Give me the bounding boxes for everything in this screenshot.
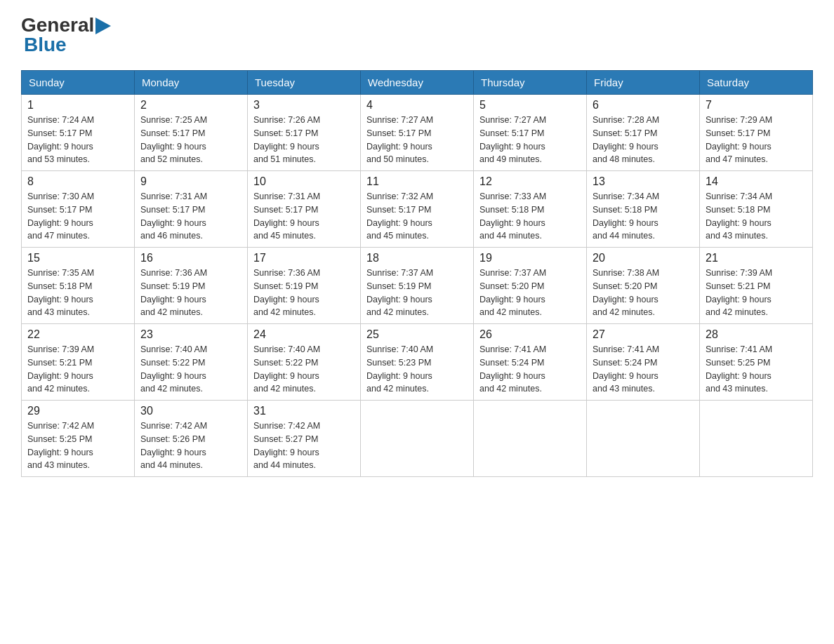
calendar-cell: 13Sunrise: 7:34 AMSunset: 5:18 PMDayligh…	[587, 171, 700, 248]
day-number: 8	[27, 175, 128, 188]
day-detail: Sunrise: 7:32 AMSunset: 5:17 PMDaylight:…	[366, 190, 468, 243]
day-detail: Sunrise: 7:42 AMSunset: 5:26 PMDaylight:…	[140, 420, 241, 472]
calendar-cell: 2Sunrise: 7:25 AMSunset: 5:17 PMDaylight…	[135, 95, 248, 171]
day-number: 4	[366, 99, 468, 112]
calendar-cell: 28Sunrise: 7:41 AMSunset: 5:25 PMDayligh…	[700, 324, 813, 401]
calendar-cell	[587, 401, 700, 477]
day-detail: Sunrise: 7:41 AMSunset: 5:25 PMDaylight:…	[706, 343, 807, 396]
day-detail: Sunrise: 7:34 AMSunset: 5:18 PMDaylight:…	[706, 190, 807, 243]
calendar-cell: 12Sunrise: 7:33 AMSunset: 5:18 PMDayligh…	[474, 171, 587, 248]
svg-marker-0	[95, 18, 111, 34]
logo-arrow-icon	[95, 18, 111, 34]
calendar-header-row: SundayMondayTuesdayWednesdayThursdayFrid…	[22, 71, 813, 95]
day-number: 19	[479, 252, 581, 264]
logo-blue-text: Blue	[24, 34, 67, 56]
calendar-cell: 9Sunrise: 7:31 AMSunset: 5:17 PMDaylight…	[135, 171, 248, 248]
calendar-cell: 21Sunrise: 7:39 AMSunset: 5:21 PMDayligh…	[700, 248, 813, 324]
calendar-cell: 18Sunrise: 7:37 AMSunset: 5:19 PMDayligh…	[361, 248, 474, 324]
calendar-week-row: 8Sunrise: 7:30 AMSunset: 5:17 PMDaylight…	[22, 171, 813, 248]
calendar-cell: 11Sunrise: 7:32 AMSunset: 5:17 PMDayligh…	[361, 171, 474, 248]
day-detail: Sunrise: 7:41 AMSunset: 5:24 PMDaylight:…	[479, 343, 581, 396]
day-detail: Sunrise: 7:24 AMSunset: 5:17 PMDaylight:…	[27, 114, 128, 166]
day-number: 14	[706, 175, 807, 188]
day-detail: Sunrise: 7:42 AMSunset: 5:25 PMDaylight:…	[27, 420, 128, 472]
calendar-cell: 22Sunrise: 7:39 AMSunset: 5:21 PMDayligh…	[22, 324, 135, 401]
calendar-cell	[361, 401, 474, 477]
calendar-table: SundayMondayTuesdayWednesdayThursdayFrid…	[21, 70, 813, 477]
day-number: 27	[593, 328, 694, 341]
day-number: 7	[706, 99, 807, 112]
day-detail: Sunrise: 7:41 AMSunset: 5:24 PMDaylight:…	[593, 343, 694, 396]
calendar-cell: 27Sunrise: 7:41 AMSunset: 5:24 PMDayligh…	[587, 324, 700, 401]
calendar-cell: 31Sunrise: 7:42 AMSunset: 5:27 PMDayligh…	[248, 401, 361, 477]
day-number: 30	[140, 405, 241, 417]
day-number: 9	[140, 175, 241, 188]
calendar-cell: 6Sunrise: 7:28 AMSunset: 5:17 PMDaylight…	[587, 95, 700, 171]
calendar-cell: 15Sunrise: 7:35 AMSunset: 5:18 PMDayligh…	[22, 248, 135, 324]
day-number: 28	[706, 328, 807, 341]
day-detail: Sunrise: 7:37 AMSunset: 5:19 PMDaylight:…	[366, 267, 468, 319]
day-number: 12	[479, 175, 581, 188]
day-number: 5	[479, 99, 581, 112]
day-number: 23	[140, 328, 241, 341]
calendar-week-row: 22Sunrise: 7:39 AMSunset: 5:21 PMDayligh…	[22, 324, 813, 401]
day-detail: Sunrise: 7:26 AMSunset: 5:17 PMDaylight:…	[253, 114, 355, 166]
calendar-cell: 16Sunrise: 7:36 AMSunset: 5:19 PMDayligh…	[135, 248, 248, 324]
day-number: 13	[593, 175, 694, 188]
calendar-cell: 19Sunrise: 7:37 AMSunset: 5:20 PMDayligh…	[474, 248, 587, 324]
day-number: 1	[27, 99, 128, 112]
day-detail: Sunrise: 7:35 AMSunset: 5:18 PMDaylight:…	[27, 267, 128, 319]
day-detail: Sunrise: 7:42 AMSunset: 5:27 PMDaylight:…	[253, 420, 355, 472]
day-number: 21	[706, 252, 807, 264]
day-detail: Sunrise: 7:25 AMSunset: 5:17 PMDaylight:…	[140, 114, 241, 166]
day-detail: Sunrise: 7:39 AMSunset: 5:21 PMDaylight:…	[706, 267, 807, 319]
calendar-cell: 7Sunrise: 7:29 AMSunset: 5:17 PMDaylight…	[700, 95, 813, 171]
day-detail: Sunrise: 7:37 AMSunset: 5:20 PMDaylight:…	[479, 267, 581, 319]
day-detail: Sunrise: 7:27 AMSunset: 5:17 PMDaylight:…	[479, 114, 581, 166]
calendar-cell: 3Sunrise: 7:26 AMSunset: 5:17 PMDaylight…	[248, 95, 361, 171]
day-number: 18	[366, 252, 468, 264]
day-number: 29	[27, 405, 128, 417]
header-saturday: Saturday	[700, 71, 813, 95]
calendar-cell: 5Sunrise: 7:27 AMSunset: 5:17 PMDaylight…	[474, 95, 587, 171]
header-friday: Friday	[587, 71, 700, 95]
day-number: 3	[253, 99, 355, 112]
calendar-cell: 24Sunrise: 7:40 AMSunset: 5:22 PMDayligh…	[248, 324, 361, 401]
day-number: 17	[253, 252, 355, 264]
calendar-cell: 4Sunrise: 7:27 AMSunset: 5:17 PMDaylight…	[361, 95, 474, 171]
day-detail: Sunrise: 7:38 AMSunset: 5:20 PMDaylight:…	[593, 267, 694, 319]
calendar-cell	[474, 401, 587, 477]
calendar-cell: 23Sunrise: 7:40 AMSunset: 5:22 PMDayligh…	[135, 324, 248, 401]
calendar-cell: 14Sunrise: 7:34 AMSunset: 5:18 PMDayligh…	[700, 171, 813, 248]
day-number: 16	[140, 252, 241, 264]
day-number: 22	[27, 328, 128, 341]
day-number: 11	[366, 175, 468, 188]
day-number: 20	[593, 252, 694, 264]
calendar-cell: 29Sunrise: 7:42 AMSunset: 5:25 PMDayligh…	[22, 401, 135, 477]
day-number: 25	[366, 328, 468, 341]
calendar-cell: 17Sunrise: 7:36 AMSunset: 5:19 PMDayligh…	[248, 248, 361, 324]
day-detail: Sunrise: 7:40 AMSunset: 5:22 PMDaylight:…	[253, 343, 355, 396]
day-number: 15	[27, 252, 128, 264]
day-detail: Sunrise: 7:27 AMSunset: 5:17 PMDaylight:…	[366, 114, 468, 166]
day-detail: Sunrise: 7:34 AMSunset: 5:18 PMDaylight:…	[593, 190, 694, 243]
calendar-cell: 26Sunrise: 7:41 AMSunset: 5:24 PMDayligh…	[474, 324, 587, 401]
calendar-cell: 30Sunrise: 7:42 AMSunset: 5:26 PMDayligh…	[135, 401, 248, 477]
day-detail: Sunrise: 7:30 AMSunset: 5:17 PMDaylight:…	[27, 190, 128, 243]
day-number: 6	[593, 99, 694, 112]
header-thursday: Thursday	[474, 71, 587, 95]
day-detail: Sunrise: 7:39 AMSunset: 5:21 PMDaylight:…	[27, 343, 128, 396]
day-detail: Sunrise: 7:29 AMSunset: 5:17 PMDaylight:…	[706, 114, 807, 166]
day-number: 31	[253, 405, 355, 417]
calendar-cell	[700, 401, 813, 477]
day-detail: Sunrise: 7:36 AMSunset: 5:19 PMDaylight:…	[253, 267, 355, 319]
calendar-cell: 8Sunrise: 7:30 AMSunset: 5:17 PMDaylight…	[22, 171, 135, 248]
calendar-cell: 10Sunrise: 7:31 AMSunset: 5:17 PMDayligh…	[248, 171, 361, 248]
logo: General Blue	[21, 14, 111, 56]
day-detail: Sunrise: 7:31 AMSunset: 5:17 PMDaylight:…	[253, 190, 355, 243]
day-detail: Sunrise: 7:40 AMSunset: 5:23 PMDaylight:…	[366, 343, 468, 396]
day-detail: Sunrise: 7:36 AMSunset: 5:19 PMDaylight:…	[140, 267, 241, 319]
calendar-cell: 25Sunrise: 7:40 AMSunset: 5:23 PMDayligh…	[361, 324, 474, 401]
day-detail: Sunrise: 7:40 AMSunset: 5:22 PMDaylight:…	[140, 343, 241, 396]
header-monday: Monday	[135, 71, 248, 95]
